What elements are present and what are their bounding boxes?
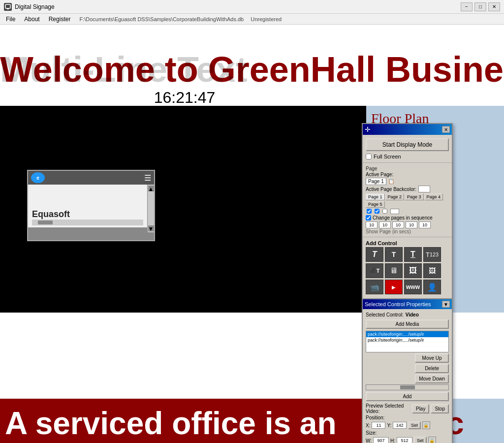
- page-tab-4[interactable]: Page 4: [424, 193, 443, 200]
- web-icon-btn[interactable]: www: [404, 280, 422, 294]
- lock-pos-icon[interactable]: 🔒: [422, 421, 430, 429]
- backcolor-label: Active Page Backcolor:: [366, 187, 416, 192]
- browser-mockup: e ☰ Equasoft ▲ ▼: [27, 170, 155, 241]
- page-tab-3[interactable]: Page 3: [405, 193, 424, 200]
- delete-button[interactable]: Delete: [415, 364, 449, 373]
- screen-icon-btn[interactable]: 🖥: [385, 263, 403, 278]
- lock-size-icon[interactable]: 🔒: [428, 437, 436, 443]
- time-input-2[interactable]: [379, 222, 391, 228]
- x-label: X:: [366, 423, 370, 428]
- page-check-2[interactable]: [375, 209, 379, 214]
- overlay-text: Multi-Line Text: [0, 52, 248, 87]
- text-media-icon-btn[interactable]: ⬛T: [366, 263, 383, 278]
- minimize-button[interactable]: −: [461, 2, 472, 11]
- youtube-icon-btn[interactable]: ▶: [385, 280, 403, 294]
- sel-ctrl-label: Selected Control:: [366, 312, 404, 317]
- sel-ctrl-titlebar: Selected Control Properties ▼: [363, 299, 452, 309]
- scrollbar-down[interactable]: ▼: [148, 225, 154, 231]
- scrollbar-h[interactable]: [32, 220, 143, 225]
- preview-label: Preview Selected Video:: [366, 403, 410, 414]
- person-icon-btn[interactable]: 👤: [423, 280, 441, 294]
- scrollbar-thumb[interactable]: [38, 221, 53, 224]
- media-scrollbar[interactable]: [366, 384, 449, 390]
- h-input[interactable]: [397, 437, 412, 443]
- maximize-button[interactable]: □: [474, 2, 486, 11]
- panel-close-button[interactable]: ✕: [442, 126, 450, 133]
- backcolor-row: Active Page Backcolor:: [366, 186, 449, 192]
- browser-logo: e: [31, 172, 45, 183]
- page-check-row: [366, 209, 449, 214]
- text2-icon-btn[interactable]: T: [385, 247, 403, 262]
- time-input-1[interactable]: [366, 222, 378, 228]
- control-panel: ✛ ✕ Start Display Mode Full Screen Page …: [362, 123, 453, 443]
- hamburger-icon[interactable]: ☰: [144, 173, 151, 183]
- menu-register[interactable]: Register: [45, 15, 75, 24]
- play-button[interactable]: Play: [412, 404, 429, 413]
- page-icon: 📋: [388, 179, 394, 184]
- show-page-label: Show Page (in secs): [366, 229, 449, 234]
- seq-row: Change pages in sequence: [366, 215, 449, 221]
- move-up-button[interactable]: Move Up: [415, 353, 449, 363]
- window-title: Digital Signage: [15, 3, 55, 10]
- main-canvas: Multi-Line Text Welcome to GreenHall Bus…: [0, 25, 504, 443]
- svg-rect-0: [5, 4, 10, 8]
- browser-navbar: e ☰: [28, 171, 154, 185]
- position-row: Position:: [366, 415, 449, 420]
- text3-icon-btn[interactable]: T: [404, 247, 422, 262]
- time-input-4[interactable]: [406, 222, 417, 228]
- sel-ctrl-close-button[interactable]: ▼: [442, 301, 450, 308]
- xy-row: X: Y: Set 🔒: [366, 421, 449, 429]
- image-icon-btn[interactable]: 🖼: [404, 263, 422, 278]
- media-item-1[interactable]: pack://siteoforigin:,.../setup/ir: [366, 331, 448, 337]
- menubar: File About Register F:\Documents\Eguasof…: [0, 14, 504, 25]
- app-icon: [4, 3, 12, 11]
- selected-control-panel: Selected Control Properties ▼ Selected C…: [363, 298, 452, 443]
- bottom-bar: A serviced office is an: [0, 399, 369, 443]
- page-check-1[interactable]: [367, 209, 372, 214]
- seq-label: Change pages in sequence: [373, 215, 433, 221]
- set-pos-button[interactable]: Set: [408, 421, 421, 429]
- page-section-label: Page: [366, 166, 449, 171]
- scrollbar-up[interactable]: ▲: [148, 186, 154, 191]
- fullscreen-row: Full Screen: [366, 154, 449, 159]
- fullscreen-checkbox[interactable]: [366, 154, 372, 159]
- x-input[interactable]: [372, 422, 385, 429]
- move-down-button[interactable]: Move Down: [415, 374, 449, 383]
- page-tab-1[interactable]: Page 1: [366, 193, 385, 200]
- text-icon-btn[interactable]: T: [366, 247, 383, 262]
- menu-about[interactable]: About: [20, 15, 43, 24]
- browser-scrollbar-v[interactable]: ▲ ▼: [147, 185, 154, 232]
- backcolor-swatch[interactable]: [418, 186, 430, 192]
- browser-content: Equasoft: [28, 185, 147, 227]
- add-control-section: Add Control T T T T123 ⬛T 🖥 🖼 🖼 📹 ▶ www …: [363, 237, 452, 297]
- w-label: W:: [366, 438, 372, 443]
- page-check-3[interactable]: [382, 209, 387, 214]
- text4-icon-btn[interactable]: T123: [423, 247, 441, 262]
- page-tab-5[interactable]: Page 5: [366, 201, 385, 208]
- preview-row: Preview Selected Video: Play Stop: [366, 403, 449, 414]
- add-media-button[interactable]: Add Media: [366, 319, 449, 329]
- h-label: H:: [390, 438, 395, 443]
- w-input[interactable]: [373, 437, 389, 443]
- time-input-5[interactable]: [419, 222, 431, 228]
- add-button[interactable]: Add: [366, 392, 449, 401]
- page-section: Page Active Page: Page 1 📋 Active Page B…: [363, 162, 452, 237]
- page-tab-2[interactable]: Page 2: [385, 193, 405, 200]
- time-input-3[interactable]: [392, 222, 404, 228]
- y-input[interactable]: [393, 422, 407, 429]
- media-list[interactable]: pack://siteoforigin:,.../setup/ir pack:/…: [366, 331, 449, 352]
- start-display-button[interactable]: Start Display Mode: [366, 138, 449, 151]
- panel-titlebar[interactable]: ✛ ✕: [363, 124, 452, 135]
- video-icon-btn[interactable]: 📹: [366, 280, 383, 294]
- image2-icon-btn[interactable]: 🖼: [423, 263, 441, 278]
- sel-ctrl-section: Selected Control: Video Add Media pack:/…: [363, 309, 452, 443]
- seq-checkbox[interactable]: [366, 215, 371, 221]
- menu-file[interactable]: File: [2, 15, 19, 24]
- close-button[interactable]: ✕: [488, 2, 500, 11]
- stop-button[interactable]: Stop: [431, 404, 449, 413]
- bottom-text: A serviced office is an: [0, 405, 336, 442]
- media-item-2[interactable]: pack://siteoforigin:,.../setup/ir: [366, 337, 448, 343]
- set-size-button[interactable]: Set: [414, 437, 427, 443]
- window-controls: − □ ✕: [461, 2, 500, 11]
- active-page-label: Active Page:: [366, 172, 393, 177]
